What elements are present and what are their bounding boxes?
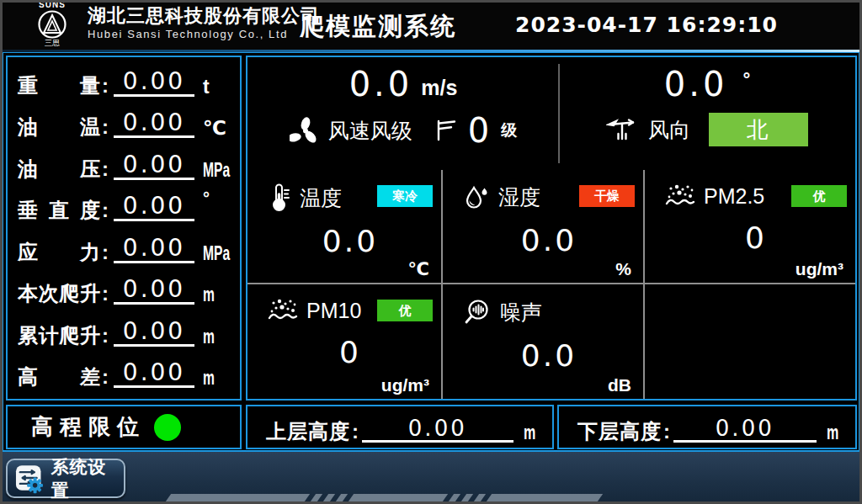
- sensor-unit: %: [615, 259, 631, 279]
- metric-colon: :: [100, 75, 110, 97]
- lower-height-field: 0.00: [673, 416, 817, 443]
- metric-label: 垂直度: [18, 199, 100, 221]
- system-settings-label: 系统设置: [51, 455, 124, 502]
- page-title: 爬模监测系统: [300, 10, 456, 44]
- metric-value: 0.00: [123, 67, 185, 95]
- system-settings-button[interactable]: 系统设置: [6, 459, 125, 498]
- logo-sansi-text: 三思: [22, 40, 82, 47]
- wind-speed-label: 风速风级: [328, 117, 412, 145]
- sensor-cell-empty: [645, 284, 855, 399]
- metric-colon: :: [100, 199, 110, 221]
- metrics-panel: 重 量: 0.00 t 油 温: 0.00 ℃ 油 压: 0.00 MPa 垂直…: [6, 56, 242, 401]
- metric-unit: MPa: [203, 243, 222, 263]
- metric-value-field: 0.00: [114, 69, 194, 97]
- wind-level-icon: [434, 118, 458, 143]
- metric-current-climb: 本次爬升: 0.00 m: [18, 269, 231, 311]
- droplet-icon: [463, 184, 490, 211]
- metric-unit: MPa: [203, 160, 222, 180]
- metric-unit: m: [203, 284, 222, 305]
- metric-colon: :: [100, 241, 110, 263]
- metric-value: 0.00: [123, 192, 185, 220]
- environment-panel: 0.0 m/s 风速风级: [246, 56, 857, 401]
- metric-unit: t: [203, 77, 231, 97]
- metric-colon: :: [100, 116, 110, 138]
- sensor-label: 温度: [300, 184, 342, 212]
- lower-height-unit: m: [827, 422, 838, 443]
- particles-icon: [268, 298, 298, 323]
- wind-level-value: 0: [468, 113, 489, 148]
- sensor-cell-pm10: PM10 优 0 ug/m³: [247, 284, 443, 399]
- sensor-value: 0: [665, 220, 847, 255]
- wind-vane-icon: [606, 115, 641, 144]
- sensor-unit: dB: [608, 375, 631, 395]
- sansi-logo-icon: [37, 9, 67, 40]
- metric-value-field: 0.00: [114, 194, 194, 221]
- metric-unit: °: [203, 186, 231, 208]
- metric-unit: m: [203, 326, 222, 347]
- taskbar: 系统设置: [0, 452, 862, 504]
- wind-row: 0.0 m/s 风速风级: [247, 57, 855, 168]
- sensor-label: PM10: [306, 299, 361, 323]
- lower-height-value: 0.00: [716, 416, 774, 441]
- sensor-label: PM2.5: [704, 184, 764, 209]
- wind-direction-value: 0.0: [664, 66, 728, 103]
- metric-value-field: 0.00: [114, 319, 194, 347]
- company-name-cn: 湖北三思科技股份有限公司: [88, 5, 320, 27]
- metric-label: 本次爬升: [18, 283, 100, 305]
- wind-level-unit: 级: [501, 119, 517, 141]
- wind-section-divider: [558, 64, 560, 163]
- company-logo: SUNS 三思: [22, 1, 82, 50]
- company-name-block: 湖北三思科技股份有限公司 Hubei Sansi Technology Co.,…: [88, 5, 320, 42]
- metric-value: 0.00: [123, 151, 185, 178]
- metric-colon: :: [100, 325, 110, 347]
- sensor-label: 噪声: [500, 299, 542, 326]
- metric-label: 重 量: [18, 75, 100, 97]
- upper-height-box: 上层高度: 0.00 m: [246, 405, 554, 449]
- metric-unit: ℃: [203, 118, 231, 138]
- wind-direction-cell: 0.0 ° 风向 北: [559, 57, 855, 168]
- upper-height-unit: m: [524, 422, 535, 443]
- metric-total-climb: 累计爬升: 0.00 m: [18, 310, 231, 353]
- metric-oil-pressure: 油 压: 0.00 MPa: [18, 144, 231, 186]
- metric-label: 油 压: [18, 158, 100, 180]
- metric-value: 0.00: [123, 234, 185, 262]
- company-name-en: Hubei Sansi Technology Co., Ltd: [88, 27, 320, 42]
- sensor-cell-humidity: 湿度 干燥 0.0 %: [443, 170, 645, 284]
- metric-stress: 应 力: 0.00 MPa: [18, 227, 231, 269]
- wind-direction-unit: °: [742, 69, 750, 91]
- upper-height-colon: :: [352, 421, 359, 443]
- sensor-unit: ug/m³: [381, 375, 429, 395]
- upper-height-field: 0.00: [362, 416, 513, 443]
- metric-label: 累计爬升: [18, 325, 100, 347]
- settings-sliders-gear-icon: [14, 464, 44, 494]
- metric-colon: :: [100, 366, 110, 388]
- wind-direction-badge: 北: [709, 113, 808, 146]
- metric-height-diff: 高 差: 0.00 m: [18, 353, 231, 395]
- sensor-value: 0.0: [268, 224, 433, 258]
- wind-direction-label: 风向: [648, 116, 690, 144]
- noise-meter-icon: [463, 298, 492, 326]
- logo-suns-text: SUNS: [22, 1, 82, 9]
- elevation-limit-label: 高程限位: [31, 412, 146, 442]
- sensor-cell-temperature: 温度 寒冷 0.0 ℃: [247, 170, 443, 284]
- humidity-status-badge: 干燥: [579, 185, 635, 207]
- metric-value-field: 0.00: [114, 277, 194, 305]
- metric-value-field: 0.00: [114, 236, 194, 263]
- pm25-status-badge: 优: [791, 185, 847, 207]
- metric-value: 0.00: [123, 358, 185, 386]
- sensor-value: 0.0: [463, 338, 635, 373]
- lower-height-colon: :: [663, 421, 670, 443]
- sensor-value: 0.0: [463, 223, 635, 257]
- metric-weight: 重 量: 0.00 t: [18, 61, 231, 103]
- metric-label: 油 温: [18, 116, 100, 138]
- metric-value: 0.00: [123, 275, 185, 303]
- header-bar: SUNS 三思 湖北三思科技股份有限公司 Hubei Sansi Technol…: [0, 0, 862, 50]
- datetime-display: 2023-04-17 16:29:10: [515, 13, 778, 37]
- taskbar-decor-stripes: [168, 494, 600, 501]
- wind-speed-cell: 0.0 m/s 风速风级: [247, 57, 559, 168]
- wind-speed-value: 0.0: [349, 66, 413, 103]
- metric-value-field: 0.00: [114, 152, 194, 180]
- metric-verticality: 垂直度: 0.00 °: [18, 186, 231, 228]
- wind-speed-unit: m/s: [421, 76, 457, 100]
- sensor-label: 湿度: [498, 183, 540, 211]
